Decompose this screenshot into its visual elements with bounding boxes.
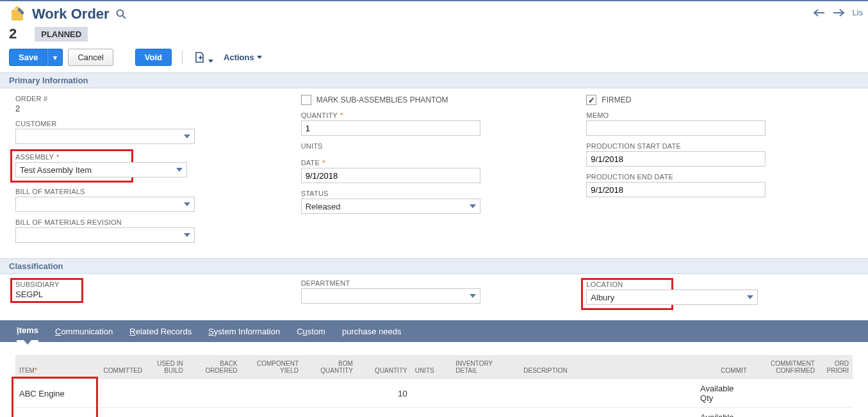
order-no-label: ORDER # [15, 95, 282, 102]
separator [182, 51, 183, 65]
table-row[interactable]: ABC Engine10Available Qty [15, 379, 853, 408]
save-caret[interactable]: ▾ [47, 49, 63, 66]
nav-back-arrow[interactable] [814, 8, 825, 17]
tab-items[interactable]: Items [17, 320, 38, 342]
subsidiary-label: SUBSIDIARY [15, 281, 78, 288]
customer-select[interactable] [15, 129, 195, 144]
save-button[interactable]: Save [9, 49, 47, 66]
col-description: DESCRIPTION [520, 355, 696, 379]
chevron-down-icon [176, 168, 183, 172]
location-value: Albury [591, 293, 614, 302]
actions-menu[interactable]: Actions [224, 53, 262, 62]
items-table: ITEM* COMMITTED USED IN BUILD BACK ORDER… [15, 355, 853, 417]
col-commit: COMMIT [696, 355, 751, 379]
prod-end-input[interactable] [586, 182, 766, 197]
page-title: Work Order [32, 6, 110, 22]
firmed-label: FIRMED [602, 95, 631, 104]
primary-info-header: Primary Information [0, 72, 868, 88]
bom-label: BILL OF MATERIALS [15, 188, 282, 195]
prod-start-input[interactable] [586, 151, 766, 167]
quantity-input[interactable] [301, 120, 480, 136]
col-bom-quantity: BOM QUANTITY [302, 355, 357, 379]
svg-point-1 [117, 10, 123, 17]
subtab-bar: Items Communication Related Records Syst… [0, 320, 868, 342]
chevron-down-icon [184, 233, 190, 237]
commit-cell: Available Qty [696, 379, 751, 408]
list-link[interactable]: Lis [852, 8, 863, 17]
col-item: ITEM [19, 367, 35, 374]
tab-communication[interactable]: Communication [55, 322, 113, 341]
chevron-down-icon [184, 202, 190, 206]
col-commitment-confirmed: COMMITMENT CONFIRMED [751, 355, 819, 379]
status-select[interactable]: Released [301, 199, 480, 214]
record-id: 2 [9, 26, 17, 42]
col-quantity: QUANTITY [357, 355, 411, 379]
prod-start-label: PRODUCTION START DATE [586, 142, 853, 150]
col-units: UNITS [411, 355, 452, 379]
tab-purchase-needs[interactable]: purchase needs [342, 322, 402, 341]
status-label: STATUS [301, 190, 568, 197]
svg-line-2 [122, 16, 126, 19]
col-used-in-build: USED IN BUILD [146, 355, 187, 379]
bom-select[interactable] [15, 197, 195, 212]
bom-rev-select[interactable] [15, 227, 195, 243]
quantity-label: QUANTITY* [301, 111, 568, 119]
date-input[interactable] [301, 168, 480, 183]
assembly-select[interactable]: Test Assembly Item [15, 162, 187, 177]
status-badge: PLANNED [35, 27, 88, 42]
classification-header: Classification [0, 258, 868, 274]
firmed-checkbox[interactable]: FIRMED [586, 95, 853, 105]
date-label: DATE* [301, 159, 568, 167]
order-no-value: 2 [15, 104, 282, 113]
units-label: UNITS [301, 142, 568, 150]
mark-phantom-checkbox[interactable]: MARK SUB-ASSEMBLIES PHANTOM [301, 95, 568, 105]
tab-custom[interactable]: Custom [297, 322, 325, 341]
mark-phantom-label: MARK SUB-ASSEMBLIES PHANTOM [316, 95, 448, 104]
prod-end-label: PRODUCTION END DATE [586, 173, 853, 181]
caret-icon [208, 56, 213, 65]
department-select[interactable] [301, 288, 480, 304]
work-order-icon [9, 5, 27, 23]
save-button-group[interactable]: Save ▾ [9, 49, 63, 66]
location-label: LOCATION [586, 281, 668, 288]
checkbox-icon [301, 95, 311, 105]
tab-related-records[interactable]: Related Records [129, 322, 192, 341]
assembly-label: ASSEMBLY* [15, 153, 128, 161]
col-back-ordered: BACK ORDERED [187, 355, 242, 379]
void-button[interactable]: Void [135, 49, 172, 66]
nav-forward-arrow[interactable] [833, 8, 844, 17]
status-value: Released [306, 202, 341, 211]
subsidiary-value: SEGPL [15, 290, 78, 299]
cancel-button[interactable]: Cancel [68, 49, 113, 66]
checkbox-checked-icon [586, 95, 596, 105]
memo-input[interactable] [586, 120, 766, 136]
bom-rev-label: BILL OF MATERIALS REVISION [15, 218, 282, 226]
department-label: DEPARTMENT [301, 279, 568, 287]
add-document-icon[interactable] [193, 51, 207, 65]
memo-label: MEMO [586, 111, 853, 119]
actions-label: Actions [224, 53, 254, 62]
item-cell: ABC Engine [19, 389, 65, 398]
table-row[interactable]: ABC Gear Box10Available Qty [15, 408, 853, 418]
col-inventory-detail: INVENTORY DETAIL [452, 355, 520, 379]
quantity-cell: 10 [357, 408, 411, 418]
chevron-down-icon [747, 295, 753, 299]
location-select[interactable]: Albury [586, 290, 758, 305]
col-order-priority: ORD PRIORI [819, 355, 853, 379]
customer-label: CUSTOMER [15, 120, 282, 127]
search-icon[interactable] [116, 9, 126, 19]
commit-cell: Available Qty [696, 408, 751, 418]
assembly-value: Test Assembly Item [20, 165, 92, 175]
chevron-down-icon [470, 204, 476, 208]
quantity-cell: 10 [357, 379, 411, 408]
chevron-down-icon [184, 135, 190, 138]
tab-system-information[interactable]: System Information [208, 322, 280, 341]
chevron-down-icon [470, 294, 476, 298]
col-committed: COMMITTED [97, 355, 146, 379]
col-component-yield: COMPONENT YIELD [242, 355, 302, 379]
